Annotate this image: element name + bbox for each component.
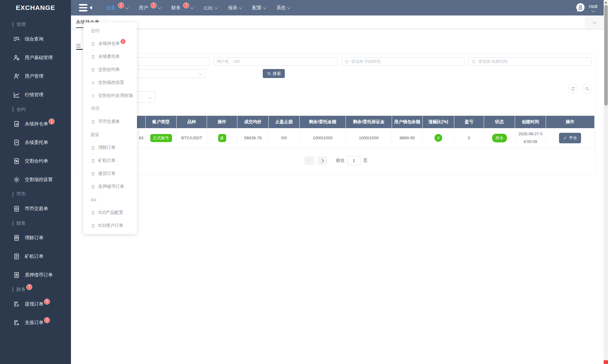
sidebar-item-1[interactable]: 综合查询 [0, 30, 71, 48]
dropdown-item-label: 交割合约全局控场 [98, 93, 133, 98]
column-search-button[interactable] [582, 84, 592, 93]
nav-item-6[interactable]: 系统 [276, 5, 290, 11]
search-list-icon [13, 36, 20, 43]
next-page-button[interactable] [317, 156, 327, 165]
sidebar-item-11[interactable]: 币币交易单 [0, 199, 71, 218]
sidebar-item-8[interactable]: 交割合约单 [0, 152, 71, 170]
chevron-down-icon [593, 20, 596, 24]
page-number-input[interactable]: 1 [347, 156, 360, 165]
dropdown-item-5[interactable]: 交割合约全局控场 [83, 89, 137, 102]
sidebar-item-15[interactable]: 质押借币订单 [0, 266, 71, 284]
sidebar-item-label: 质押借币订单 [25, 272, 53, 278]
magnifier-icon [585, 86, 589, 91]
clipboard-icon [91, 145, 95, 150]
sidebar-item-17[interactable]: 提现订单5 [0, 295, 71, 313]
dropdown-item-2[interactable]: 永续委托单 [83, 50, 137, 63]
chevron-down-icon [190, 6, 194, 9]
scrollbar[interactable] [604, 0, 608, 364]
table-cell: 1000/1000 [300, 128, 346, 148]
chevron-down-icon [214, 6, 218, 9]
scrollbar-thumb[interactable] [604, 5, 608, 106]
column-header: 账户类型 [146, 116, 177, 128]
search-icon [267, 72, 271, 76]
admin-app: EXCHANGE 管理综合查询用户基础管理用户管理行情管理合约永续持仓单1永续委… [0, 0, 608, 364]
dropdown-item-7[interactable]: 币币交易单 [83, 115, 137, 128]
dropdown-group-0: 合约 [83, 24, 137, 37]
close-position-button[interactable]: 平仓 [559, 133, 581, 143]
app-logo: EXCHANGE [0, 0, 71, 15]
dropdown-item-label: ICO用户订单 [98, 223, 123, 228]
scroll-up-arrow-icon[interactable] [604, 0, 608, 5]
chevron-down-icon [125, 6, 129, 9]
sidebar-item-7[interactable]: 永续委托单 [0, 133, 71, 152]
sidebar-item-14[interactable]: 矿机订单 [0, 247, 71, 266]
sidebar-item-label: 提现订单 [25, 301, 43, 307]
dropdown-item-9[interactable]: 理财订单 [83, 141, 137, 154]
username: root [589, 4, 597, 9]
sidebar-item-label: 永续持仓单 [25, 121, 48, 127]
chevron-down-icon [199, 72, 202, 75]
sidebar-item-2[interactable]: 用户基础管理 [0, 48, 71, 67]
sidebar-item-13[interactable]: 理财订单 [0, 228, 71, 247]
nav-item-4[interactable]: 报表 [228, 5, 242, 11]
dropdown-item-14[interactable]: ICO产品配置 [83, 206, 137, 219]
item-badge: 2 [44, 317, 50, 323]
refresh-button[interactable] [568, 84, 578, 93]
sidebar-item-18[interactable]: 充值订单2 [0, 313, 71, 332]
sidebar-section-0: 管理 [0, 19, 71, 30]
username-uid-input[interactable]: 用户名、UID [214, 57, 337, 66]
navbar-menu: 业务 1 用户 1 财务 7 C2C 报表 配置 系统 [106, 5, 290, 11]
nav-item-0[interactable]: 业务 1 [106, 5, 128, 11]
sidebar-item-label: 币币交易单 [25, 206, 48, 212]
dropdown-item-10[interactable]: 矿机订单 [83, 154, 137, 167]
dropdown-item-label: 质押借币订单 [98, 184, 124, 189]
dropdown-item-label: 理财订单 [98, 145, 116, 150]
table-row: 83正式账号BTC/USDT多56636.780/01000/10001000/… [87, 128, 594, 148]
subtab-underline [76, 49, 83, 50]
table-cell: 正式账号 [146, 128, 177, 148]
nav-item-5[interactable]: 配置 [252, 5, 266, 11]
dropdown-item-12[interactable]: 质押借币订单 [83, 180, 137, 193]
dropdown-item-15[interactable]: ICO用户订单 [83, 219, 137, 232]
sidebar-item-label: 交割合约单 [25, 158, 48, 164]
dropdown-item-4[interactable]: 交割场控设置 [83, 76, 137, 89]
sidebar-section-10: 币币 [0, 189, 71, 199]
prev-page-button[interactable] [304, 156, 314, 165]
gear-icon [91, 80, 95, 85]
gear-icon [91, 93, 95, 98]
column-header: 剩余/委托金额 [300, 116, 346, 128]
doc-lines-icon [13, 253, 20, 260]
pen-icon [563, 136, 567, 140]
sidebar-item-3[interactable]: 用户管理 [0, 67, 71, 85]
search-button[interactable]: 搜索 [263, 69, 285, 78]
dropdown-item-3[interactable]: 交割合约单 [83, 63, 137, 76]
dropdown-item-1[interactable]: 永续持仓单1 [83, 37, 137, 50]
sidebar-item-4[interactable]: 行情管理 [0, 85, 71, 104]
dropdown-item-label: 矿机订单 [98, 158, 116, 163]
nav-item-label: 用户 [139, 5, 148, 11]
doc-arrows-icon [13, 158, 20, 165]
chevron-down-icon [148, 95, 152, 99]
start-time-input[interactable]: 请选择 开始时间 [341, 57, 465, 66]
db-up-icon [13, 301, 20, 308]
nav-item-label: 财务 [171, 5, 181, 11]
chevron-down-icon [592, 9, 595, 12]
sidebar-collapse-button[interactable] [79, 4, 92, 11]
user-menu[interactable]: root [575, 0, 597, 15]
column-header: 涨幅比(%) [423, 116, 454, 128]
tabbar-overflow-button[interactable] [585, 15, 604, 28]
nav-item-2[interactable]: 财务 7 [171, 5, 193, 11]
nav-item-3[interactable]: C2C [204, 5, 218, 11]
dropdown-item-11[interactable]: 借贷订单 [83, 167, 137, 180]
sidebar-item-9[interactable]: 交割场控设置 [0, 170, 71, 189]
doc-zigzag-icon [13, 139, 20, 146]
hamburger-icon [79, 4, 87, 11]
end-time-input[interactable]: 请选择 结束时间 [468, 57, 592, 66]
sidebar-item-6[interactable]: 永续持仓单1 [0, 115, 71, 133]
nav-item-1[interactable]: 用户 1 [139, 5, 161, 11]
sidebar-item-label: 用户基础管理 [25, 55, 53, 61]
gear-icon [13, 176, 20, 183]
clipboard-icon [91, 41, 95, 46]
table-cell: 0 [423, 128, 454, 148]
table-cell: 0/0 [269, 128, 300, 148]
